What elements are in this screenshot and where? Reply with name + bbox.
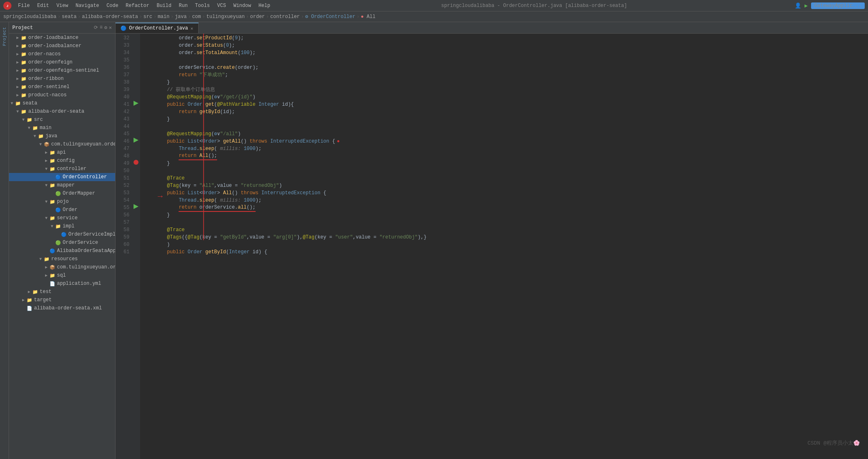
tree-config[interactable]: ▶ 📁 config [9, 157, 115, 165]
tab-close-button[interactable]: ✕ [190, 26, 193, 31]
tree-order-loadbalancer[interactable]: ▶ 📁 order-loadbalancer [9, 42, 115, 50]
menu-code[interactable]: Code [103, 2, 122, 9]
code-editor[interactable]: order.setProductId(9); order.setStatus(0… [140, 34, 868, 459]
breadcrumb-class[interactable]: ⚙ OrderController [305, 14, 355, 20]
breakpoint-icon-48[interactable] [133, 159, 139, 166]
menu-tools[interactable]: Tools [192, 2, 213, 9]
folder-icon: 📁 [49, 157, 56, 164]
menu-file[interactable]: File [15, 2, 33, 9]
tree-xml[interactable]: 📄 alibaba-order-seata.xml [9, 304, 115, 312]
code-line-38: } [143, 79, 865, 86]
tree-resources[interactable]: ▼ 📁 resources [9, 255, 115, 263]
tree-api[interactable]: ▶ 📁 api [9, 148, 115, 157]
code-line-32: order.setProductId(9); [143, 34, 865, 42]
tree-order-service-impl[interactable]: 🔵 OrderServiceImpl [9, 230, 115, 239]
gutter-run-icon-53[interactable] [133, 203, 139, 210]
tree-order-sentinel[interactable]: ▶ 📁 order-sentinel [9, 83, 115, 91]
tree-label: com.tulingxueyuan.order.mapper [57, 264, 116, 270]
menu-build[interactable]: Build [153, 2, 175, 9]
tree-order-mapper[interactable]: 🟢 OrderMapper [9, 189, 115, 198]
tree-app[interactable]: 🔵 AlibabaOrderSeataApplication [9, 247, 115, 255]
menu-refactor[interactable]: Refactor [122, 2, 153, 9]
breadcrumb-java[interactable]: java [175, 14, 187, 20]
arrow-icon: ▶ [43, 265, 49, 270]
tree-order-loadbalance[interactable]: ▶ 📁 order-loadbalance [9, 34, 115, 42]
tree-src[interactable]: ▼ 📁 src [9, 116, 115, 124]
tree-order-controller[interactable]: 🔵 OrderController [9, 173, 115, 181]
tree-label: service [57, 215, 77, 221]
tree-controller[interactable]: ▼ 📁 controller [9, 165, 115, 173]
tree-seata[interactable]: ▼ 📁 seata [9, 99, 115, 107]
tree-java[interactable]: ▼ 📁 java [9, 132, 115, 140]
tree-alibaba-order-seata[interactable]: ▼ 📁 alibaba-order-seata [9, 107, 115, 116]
menu-view[interactable]: View [53, 2, 72, 9]
arrow-icon: ▶ [15, 43, 20, 48]
tree-order-openfeign-sentinel[interactable]: ▶ 📁 order-openfeign-sentinel [9, 66, 115, 75]
tree-service[interactable]: ▼ 📁 service [9, 214, 115, 222]
menu-help[interactable]: Help [255, 2, 274, 9]
sidebar-close-icon[interactable]: ✕ [109, 25, 112, 31]
tree-sql[interactable]: ▶ 📁 sql [9, 271, 115, 279]
breadcrumb-controller[interactable]: controller [270, 14, 300, 20]
folder-icon: 📁 [20, 84, 27, 90]
breadcrumb-root[interactable]: springcloudalibaba [3, 14, 57, 20]
arrow-icon: ▶ [15, 68, 20, 73]
arrow-icon: ▼ [43, 216, 49, 220]
code-line-49: } [143, 160, 865, 167]
breadcrumb-method[interactable]: ● All [361, 14, 376, 20]
menu-navigate[interactable]: Navigate [72, 2, 102, 9]
code-line-54: Thread.sleep( millis: 1000); [143, 197, 865, 204]
tree-label: OrderController [63, 174, 107, 180]
tree-order-openfeign[interactable]: ▶ 📁 order-openfeign [9, 58, 115, 66]
arrow-icon: ▼ [43, 167, 49, 171]
breadcrumb-order[interactable]: order [250, 14, 265, 20]
tree-order-ribbon[interactable]: ▶ 📁 order-ribbon [9, 75, 115, 83]
sidebar-sync-icon[interactable]: ⟳ [94, 25, 98, 31]
left-tab: Project [0, 22, 9, 459]
tree-order-service[interactable]: 🟢 OrderService [9, 239, 115, 247]
tree-mapper-package[interactable]: ▶ 📦 com.tulingxueyuan.order.mapper [9, 263, 115, 271]
sidebar-collapse-icon[interactable]: ≡ [100, 25, 102, 31]
tree-label: order-nacos [28, 51, 61, 57]
user-icon[interactable]: 👤 [795, 2, 801, 9]
editor-tab-order-controller[interactable]: 🔵 OrderController.java ✕ [116, 23, 199, 33]
gateway-app-button[interactable]: GatewayApplic... [811, 2, 865, 9]
tree-label: Order [63, 207, 77, 213]
breadcrumb-seata[interactable]: seata [62, 14, 77, 20]
tree-impl[interactable]: ▼ 📁 impl [9, 222, 115, 230]
tree-product-nacos[interactable]: ▶ 📁 product-nacos [9, 91, 115, 99]
breadcrumb-main[interactable]: main [158, 14, 170, 20]
sidebar-actions: ⟳ ≡ ⚙ ✕ [94, 25, 112, 31]
tab-bar: 🔵 OrderController.java ✕ [116, 22, 868, 34]
tree-pojo[interactable]: ▼ 📁 pojo [9, 198, 115, 206]
tree-mapper[interactable]: ▼ 📁 mapper [9, 181, 115, 189]
tree-order-pojo[interactable]: 🔵 Order [9, 206, 115, 214]
gutter-run-icon-45[interactable] [133, 137, 139, 143]
gutter-run-icon-41[interactable] [133, 100, 139, 107]
project-tab[interactable]: Project [1, 24, 8, 49]
code-line-52: @Tag(key = "All",value = "returnedObj") [143, 182, 865, 189]
tree-target[interactable]: ▶ 📁 target [9, 296, 115, 304]
tree-label: sql [57, 273, 66, 278]
menu-vcs[interactable]: VCS [214, 2, 229, 9]
breadcrumb-com[interactable]: com [192, 14, 201, 20]
arrow-icon: ▶ [15, 93, 20, 98]
folder-icon: 📁 [20, 43, 27, 49]
menu-window[interactable]: Window [230, 2, 254, 9]
menu-edit[interactable]: Edit [34, 2, 52, 9]
sidebar-settings-icon[interactable]: ⚙ [104, 25, 107, 31]
breadcrumb-src[interactable]: src [143, 14, 152, 20]
breadcrumb-tuling[interactable]: tulingxueyuan [206, 14, 245, 20]
folder-icon: 📁 [49, 166, 56, 172]
breadcrumb-module[interactable]: alibaba-order-seata [82, 14, 138, 20]
tree-test[interactable]: ▶ 📁 test [9, 288, 115, 296]
tree-package[interactable]: ▼ 📦 com.tulingxueyuan.order [9, 140, 115, 148]
tree-yaml[interactable]: 📄 application.yml [9, 279, 115, 288]
tree-label: api [57, 150, 66, 155]
tree-main[interactable]: ▼ 📁 main [9, 124, 115, 132]
run-config-icon[interactable]: ▶ [805, 2, 808, 9]
folder-icon: 📁 [20, 67, 27, 74]
tree-order-nacos[interactable]: ▶ 📁 order-nacos [9, 50, 115, 58]
arrow-icon: ▶ [20, 298, 26, 302]
menu-run[interactable]: Run [175, 2, 191, 9]
